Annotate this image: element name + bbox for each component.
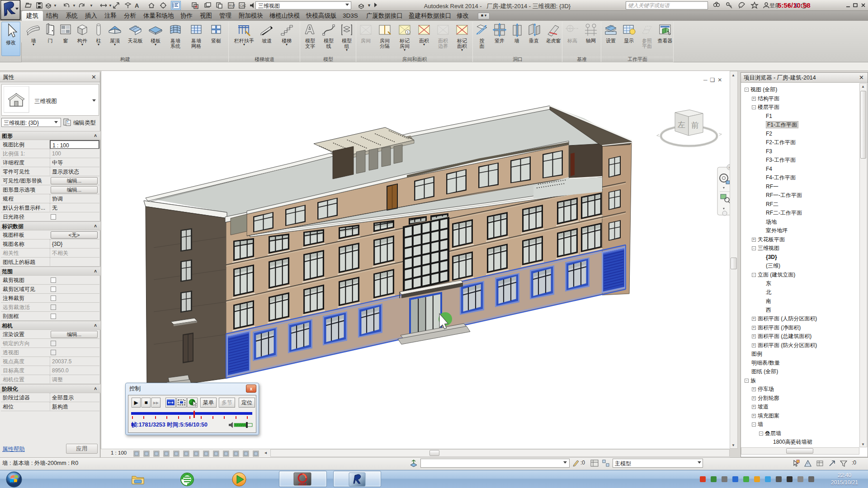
- svg-text:CAD: CAD: [240, 4, 246, 7]
- svg-text:1: 1: [407, 30, 409, 34]
- svg-text:RVT: RVT: [229, 4, 236, 7]
- svg-text:2012: 2012: [298, 482, 307, 486]
- svg-text:前: 前: [691, 121, 699, 130]
- svg-text:左: 左: [678, 121, 685, 129]
